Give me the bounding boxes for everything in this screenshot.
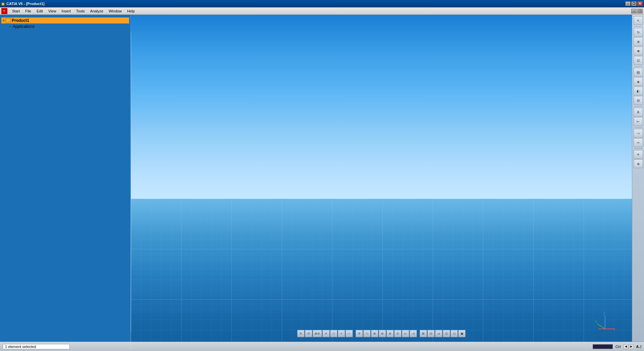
- toolbar-fit2-btn[interactable]: ⊡: [427, 330, 435, 337]
- toolbar-add-btn[interactable]: +: [338, 330, 345, 337]
- rt-sep-5: [634, 148, 643, 149]
- status-indicator: [593, 344, 613, 349]
- toolbar-grid-btn[interactable]: ≡: [322, 330, 330, 337]
- toolbar-rotate-ccw-btn[interactable]: ↺: [305, 330, 312, 337]
- rt-btn-12[interactable]: ⊣: [634, 129, 643, 138]
- status-ch-label: CH: [615, 345, 621, 349]
- close-button[interactable]: ✕: [637, 1, 643, 6]
- menu-insert[interactable]: Insert: [59, 8, 74, 14]
- toolbar-view-btn[interactable]: ⊕⊖: [313, 330, 322, 337]
- vertical-axis-line: [131, 32, 131, 332]
- applications-label: Applications: [13, 24, 35, 29]
- axes-svg: Z X Y: [595, 312, 615, 332]
- menu-tools[interactable]: Tools: [73, 8, 88, 14]
- status-btn-2[interactable]: ▶: [629, 344, 634, 349]
- menu-edit[interactable]: Edit: [34, 8, 46, 14]
- collapse-arrow-icon[interactable]: ▼: [2, 19, 5, 22]
- status-btn-1[interactable]: ◀: [624, 344, 628, 349]
- menu-help[interactable]: Help: [124, 8, 138, 14]
- tree-item-applications[interactable]: — Applications: [1, 23, 129, 30]
- menu-bar: C Start File Edit View Insert Tools Anal…: [0, 7, 644, 15]
- rt-sep-4: [634, 127, 643, 128]
- toolbar-pan-right-btn[interactable]: ▷: [402, 330, 409, 337]
- toolbar-fit-all-btn[interactable]: ⊘: [386, 330, 394, 337]
- toolbar-zoom-out-btn[interactable]: ⊖: [379, 330, 386, 337]
- expand-arrow-icon: —: [9, 25, 12, 28]
- axes-indicator: Z X Y: [595, 312, 615, 332]
- panel-restore-btn[interactable]: ❐: [637, 9, 643, 13]
- minimize-button[interactable]: ─: [625, 1, 631, 6]
- rt-btn-4[interactable]: ✥: [634, 47, 643, 55]
- sky-background: [131, 15, 632, 215]
- menu-window[interactable]: Window: [106, 8, 124, 14]
- rt-btn-7[interactable]: ◈: [634, 77, 643, 86]
- ground-background: [131, 199, 632, 349]
- menu-analyze[interactable]: Analyze: [88, 8, 106, 14]
- toolbar-remove-btn[interactable]: –: [345, 330, 353, 337]
- app-icon: ▣: [1, 2, 4, 6]
- tree-item-product1[interactable]: ▼ P Product1: [1, 17, 129, 23]
- rt-btn-9[interactable]: ⊟: [634, 96, 643, 105]
- horizontal-axis-line: [131, 199, 632, 199]
- toolbar-fit-sel-btn[interactable]: ⊙: [394, 330, 401, 337]
- status-extra-controls: ◀ ▶: [624, 344, 634, 349]
- rt-btn-1[interactable]: ↖: [634, 16, 643, 25]
- rt-btn-6[interactable]: ▤: [634, 68, 643, 77]
- rt-btn-15[interactable]: ⊗: [634, 159, 643, 168]
- z-axis-label: Z: [603, 312, 605, 315]
- title-bar-left: ▣ CATIA V5 - [Product1]: [1, 2, 45, 6]
- toolbar-box-btn[interactable]: □: [330, 330, 337, 337]
- status-abc-area: A J: [636, 345, 641, 349]
- svg-line-4: [597, 324, 605, 329]
- rt-btn-14[interactable]: ☀: [634, 150, 643, 159]
- status-abc-label: A: [636, 345, 639, 349]
- rt-btn-10[interactable]: A: [634, 108, 643, 116]
- toolbar-split-btn[interactable]: ◫: [443, 330, 450, 337]
- viewport[interactable]: Z X Y ↻ ↺ ⊕⊖ ≡ □ + – ↺ □ ⊕ ⊖ ⊘ ⊙ ▷: [131, 15, 632, 349]
- right-toolbar: ↖ ↻ ⊕ ✥ ⊡ ▤ ◈ ◐ ⊟ A ⊢ ⊣ ✂ ☀ ⊗: [632, 15, 644, 349]
- status-j-label: J: [640, 345, 642, 349]
- y-axis-label: Y: [595, 320, 597, 324]
- svg-rect-1: [131, 199, 632, 349]
- menu-view[interactable]: View: [46, 8, 59, 14]
- rt-sep-3: [634, 106, 643, 106]
- bottom-toolbar: ↻ ↺ ⊕⊖ ≡ □ + – ↺ □ ⊕ ⊖ ⊘ ⊙ ▷ ◁ ⊞ ⊡ ⊿ ◫ ◻…: [297, 330, 466, 337]
- toolbar-snap-btn[interactable]: ⊞: [420, 330, 427, 337]
- rt-btn-2[interactable]: ↻: [634, 28, 643, 37]
- rt-btn-13[interactable]: ✂: [634, 138, 643, 147]
- title-bar: ▣ CATIA V5 - [Product1] ─ ❐ ✕: [0, 0, 644, 7]
- toolbar-pan-left-btn[interactable]: ◁: [410, 330, 417, 337]
- menu-file[interactable]: File: [22, 8, 34, 14]
- rt-sep-1: [634, 26, 643, 27]
- main-container: ▼ P Product1 — Applications: [0, 15, 644, 349]
- title-bar-controls: ─ ❐ ✕: [625, 1, 643, 6]
- rt-btn-8[interactable]: ◐: [634, 87, 643, 95]
- toolbar-angle-btn[interactable]: ⊿: [435, 330, 442, 337]
- app-logo: C: [1, 8, 7, 14]
- window-title: CATIA V5 - [Product1]: [6, 2, 45, 6]
- rt-btn-11[interactable]: ⊢: [634, 117, 643, 126]
- rt-btn-3[interactable]: ⊕: [634, 37, 643, 46]
- toolbar-select-box-btn[interactable]: □: [363, 330, 371, 337]
- toolbar-rotate-cw-btn[interactable]: ↻: [297, 330, 305, 337]
- toolbar-reset-btn[interactable]: ↺: [356, 330, 363, 337]
- left-panel: ▼ P Product1 — Applications: [0, 15, 131, 349]
- menu-start[interactable]: Start: [9, 8, 22, 14]
- tree-container: ▼ P Product1 — Applications: [0, 15, 130, 32]
- toolbar-render2-btn[interactable]: ▣: [458, 330, 466, 337]
- product-icon: P: [5, 18, 11, 23]
- grid-svg: [131, 199, 632, 349]
- restore-button[interactable]: ❐: [631, 1, 637, 6]
- rt-btn-5[interactable]: ⊡: [634, 56, 643, 65]
- toolbar-zoom-in-btn[interactable]: ⊕: [371, 330, 378, 337]
- rt-sep-2: [634, 66, 643, 66]
- panel-minimize-btn[interactable]: ─: [631, 9, 637, 13]
- toolbar-frame-btn[interactable]: ◻: [450, 330, 458, 337]
- product1-label: Product1: [12, 18, 29, 23]
- status-right-panel: CH ◀ ▶ A J: [593, 344, 641, 349]
- x-axis-label: X: [614, 328, 615, 331]
